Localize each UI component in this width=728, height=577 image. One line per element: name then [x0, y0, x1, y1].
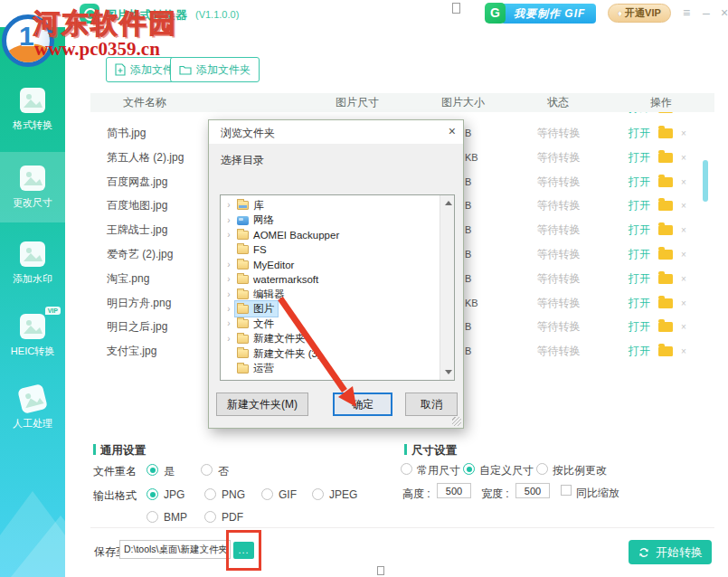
open-link[interactable]: 打开	[629, 246, 650, 261]
remove-icon[interactable]: ×	[681, 345, 686, 355]
sidebar-item-format-convert[interactable]: 格式转换	[0, 74, 65, 145]
rename-no-radio[interactable]	[201, 464, 213, 476]
tree-item[interactable]: › FS	[222, 242, 438, 257]
minimize-icon[interactable]: –	[703, 5, 710, 20]
tree-item[interactable]: › 新建文件夹	[222, 332, 438, 346]
chevron-right-icon[interactable]: ›	[222, 260, 235, 270]
folder-icon[interactable]	[658, 128, 673, 138]
scroll-up-icon[interactable]	[445, 201, 452, 205]
menu-icon[interactable]: ≡	[683, 5, 690, 20]
folder-icon[interactable]	[658, 153, 673, 163]
rename-yes-radio[interactable]	[147, 464, 158, 476]
sidebar-item-watermark[interactable]: 添加水印	[0, 228, 65, 298]
chevron-right-icon[interactable]: ›	[222, 305, 235, 314]
folder-icon[interactable]	[658, 322, 673, 332]
remove-icon[interactable]: ×	[681, 249, 686, 259]
format-png-label[interactable]: PNG	[222, 488, 245, 501]
folder-icon[interactable]	[658, 177, 673, 187]
remove-icon[interactable]: ×	[681, 200, 686, 210]
folder-icon[interactable]	[658, 201, 673, 211]
tree-item[interactable]: › 运营	[222, 361, 438, 375]
open-link[interactable]: 打开	[629, 149, 650, 165]
proportional-label[interactable]: 按比例更改	[553, 463, 607, 478]
dialog-close-icon[interactable]: ×	[449, 124, 456, 138]
open-link[interactable]: 打开	[629, 125, 650, 140]
tree-item[interactable]: › 库	[222, 198, 438, 213]
open-link[interactable]: 打开	[629, 174, 650, 189]
table-scrollbar[interactable]	[703, 160, 708, 202]
folder-icon[interactable]	[658, 346, 673, 356]
chevron-right-icon[interactable]: ›	[222, 275, 235, 284]
open-link[interactable]: 打开	[629, 318, 650, 334]
folder-icon[interactable]	[658, 250, 673, 260]
folder-icon[interactable]	[658, 225, 673, 235]
sidebar-item-resize[interactable]: 更改尺寸	[0, 152, 65, 222]
sidebar-item-heic[interactable]: VIP HEIC转换	[0, 300, 65, 371]
format-bmp-label[interactable]: BMP	[164, 511, 187, 524]
chevron-right-icon[interactable]: ›	[222, 231, 235, 240]
open-vip-button[interactable]: ♦开通VIP	[608, 4, 671, 23]
open-link[interactable]: 打开	[629, 295, 650, 310]
folder-icon[interactable]	[658, 112, 673, 113]
rename-no-label[interactable]: 否	[218, 464, 229, 479]
format-jpeg-label[interactable]: JPEG	[329, 488, 357, 501]
folder-icon[interactable]	[658, 298, 673, 308]
format-jpg-label[interactable]: JPG	[164, 488, 184, 501]
tree-item[interactable]: › 编辑器	[222, 287, 438, 301]
chevron-right-icon[interactable]: ›	[222, 290, 235, 299]
remove-icon[interactable]: ×	[681, 152, 686, 162]
scroll-down-icon[interactable]	[445, 370, 452, 374]
chevron-right-icon[interactable]: ›	[222, 335, 235, 344]
format-pdf-radio[interactable]	[204, 511, 216, 523]
make-gif-button[interactable]: G 我要制作 GIF	[485, 3, 596, 24]
remove-icon[interactable]: ×	[681, 176, 686, 186]
proportional-radio[interactable]	[536, 463, 548, 475]
custom-size-radio[interactable]	[463, 463, 475, 475]
height-input[interactable]	[437, 483, 471, 498]
format-png-radio[interactable]	[204, 488, 216, 500]
common-size-label[interactable]: 常用尺寸	[417, 463, 460, 478]
sidebar-item-manual[interactable]: 人工处理	[0, 373, 65, 443]
ok-button[interactable]: 确定	[333, 393, 392, 416]
remove-icon[interactable]: ×	[681, 273, 686, 283]
lock-ratio-checkbox[interactable]	[561, 485, 572, 496]
format-gif-label[interactable]: GIF	[279, 488, 297, 501]
open-link[interactable]: 打开	[629, 270, 650, 286]
close-icon[interactable]: ×	[721, 5, 728, 20]
open-link[interactable]: 打开	[629, 197, 650, 213]
save-path-input[interactable]	[119, 540, 231, 559]
chevron-right-icon[interactable]: ›	[222, 216, 235, 225]
tree-item[interactable]: › watermarksoft	[222, 272, 438, 287]
chevron-right-icon[interactable]: ›	[222, 201, 235, 210]
format-jpg-radio[interactable]	[147, 488, 158, 500]
remove-icon[interactable]: ×	[681, 224, 686, 234]
tree-item[interactable]: › AOMEI Backupper	[222, 228, 438, 242]
custom-size-label[interactable]: 自定义尺寸	[479, 463, 534, 478]
open-link[interactable]: 打开	[629, 222, 650, 237]
chevron-right-icon[interactable]: ›	[222, 319, 235, 328]
tree-scrollbar[interactable]	[440, 195, 454, 380]
width-input[interactable]	[515, 483, 550, 498]
format-jpeg-radio[interactable]	[312, 488, 324, 500]
format-pdf-label[interactable]: PDF	[222, 511, 243, 524]
open-link[interactable]: 打开	[629, 343, 650, 358]
tree-item[interactable]: › MyEditor	[222, 258, 438, 272]
cancel-button[interactable]: 取消	[405, 393, 458, 416]
remove-icon[interactable]: ×	[681, 128, 686, 137]
tree-item-selected[interactable]: › 图片	[222, 302, 438, 317]
add-folder-button[interactable]: 添加文件夹	[170, 57, 260, 82]
remove-icon[interactable]: ×	[681, 321, 686, 331]
format-gif-radio[interactable]	[261, 488, 273, 500]
lock-ratio-label[interactable]: 同比缩放	[576, 486, 619, 501]
rename-yes-label[interactable]: 是	[164, 464, 175, 479]
remove-icon[interactable]: ×	[681, 298, 686, 307]
tree-item[interactable]: › 新建文件夹 (3)	[222, 346, 438, 361]
folder-icon[interactable]	[658, 274, 673, 284]
start-convert-button[interactable]: 开始转换	[629, 540, 712, 564]
tree-item[interactable]: › 网络	[222, 213, 438, 227]
format-bmp-radio[interactable]	[147, 511, 158, 523]
resize-grip[interactable]	[452, 417, 461, 426]
open-link[interactable]: 打开	[629, 112, 650, 115]
common-size-radio[interactable]	[401, 463, 412, 475]
new-folder-button[interactable]: 新建文件夹(M)	[216, 393, 308, 416]
